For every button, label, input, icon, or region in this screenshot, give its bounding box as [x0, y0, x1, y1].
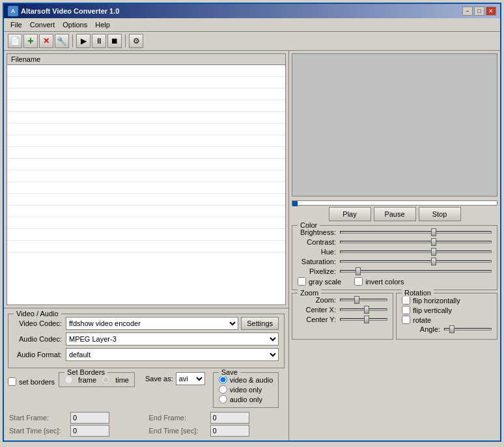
center-y-slider[interactable] [340, 318, 387, 321]
set-borders-checkbox-row: set borders [8, 377, 55, 386]
file-row [7, 88, 285, 100]
rotation-group-title: Rotation [402, 289, 434, 297]
preview-area [292, 53, 497, 196]
play-button[interactable]: Play [329, 207, 371, 221]
color-group: Color Brightness: Contrast: Hue: [292, 225, 497, 290]
video-codec-select[interactable]: ffdshow video encoder [66, 317, 238, 330]
pause-button[interactable]: Pause [374, 207, 416, 221]
gray-scale-row: gray scale invert colors [298, 277, 492, 286]
angle-label: Angle: [402, 325, 444, 333]
menu-help[interactable]: Help [91, 20, 114, 30]
start-frame-label: Start Frame: [9, 414, 68, 422]
audio-format-label: Audio Format: [14, 351, 66, 359]
brightness-thumb[interactable] [431, 228, 436, 236]
contrast-row: Contrast: [298, 238, 492, 246]
bottom-panel: Video / Audio Video Codec: ffdshow video… [4, 308, 288, 440]
angle-thumb[interactable] [449, 325, 455, 333]
stop-toolbar-button[interactable]: ⏹ [107, 34, 122, 48]
zoom-slider[interactable] [340, 299, 387, 301]
audio-format-row: Audio Format: default [14, 348, 279, 361]
end-time-input[interactable] [210, 425, 249, 437]
save-video-audio-label: video & audio [230, 376, 273, 384]
flip-v-checkbox[interactable] [402, 306, 410, 314]
center-x-slider[interactable] [340, 308, 387, 311]
center-y-thumb[interactable] [364, 316, 369, 323]
hue-thumb[interactable] [431, 248, 436, 256]
zoom-row: Zoom: [298, 296, 387, 304]
flip-v-row: flip vertically [402, 306, 492, 314]
toolbar: 📄 + ✕ 🔧 ▶ ⏸ ⏹ ⚙ [4, 32, 500, 51]
start-time-row: Start Time [sec]: [9, 425, 144, 437]
contrast-thumb[interactable] [431, 238, 436, 246]
left-panel: Filename [4, 51, 289, 440]
center-x-row: Center X: [298, 306, 387, 314]
file-row [7, 135, 285, 147]
frame-radio[interactable] [64, 375, 73, 384]
gray-scale-checkbox[interactable] [298, 277, 306, 286]
saturation-slider[interactable] [340, 260, 492, 263]
end-time-row: End Time [sec]: [149, 425, 284, 437]
save-video-audio-radio[interactable] [219, 375, 227, 384]
remove-button[interactable]: ✕ [39, 34, 53, 48]
settings-button[interactable]: Settings [241, 317, 279, 330]
save-audio-only-label: audio only [230, 396, 262, 403]
seek-bar[interactable] [292, 200, 497, 206]
title-bar-left: A Altarsoft Video Converter 1.0 [8, 6, 119, 16]
audio-format-select[interactable]: default [66, 348, 279, 361]
save-audio-only-radio[interactable] [219, 395, 227, 403]
zoom-group-title: Zoom [298, 289, 321, 297]
set-borders-checkbox[interactable] [8, 377, 16, 386]
wrench-button[interactable]: 🔧 [55, 34, 69, 48]
bottom-right: Zoom Zoom: Center X: Center [292, 293, 497, 340]
file-row [7, 77, 285, 88]
filename-column-header: Filename [11, 55, 40, 63]
start-frame-input[interactable] [70, 412, 109, 424]
brightness-slider[interactable] [340, 231, 492, 234]
pause-toolbar-button[interactable]: ⏸ [92, 34, 106, 48]
time-radio[interactable] [102, 375, 110, 384]
pixelize-slider[interactable] [340, 270, 492, 273]
start-time-input[interactable] [70, 425, 109, 437]
hue-label: Hue: [298, 248, 340, 256]
menu-options[interactable]: Options [59, 20, 91, 30]
set-borders-label: set borders [19, 378, 55, 386]
menu-file[interactable]: File [7, 20, 26, 30]
save-as-select[interactable]: avi [176, 372, 205, 385]
seek-thumb[interactable] [292, 201, 298, 206]
pixelize-thumb[interactable] [356, 267, 361, 275]
minimize-button[interactable]: − [462, 7, 473, 16]
file-list[interactable]: Filename [7, 53, 286, 305]
flip-h-checkbox[interactable] [402, 296, 410, 305]
pixelize-label: Pixelize: [298, 267, 340, 275]
audio-codec-select[interactable]: MPEG Layer-3 [66, 332, 279, 345]
angle-slider[interactable] [444, 328, 492, 331]
menu-convert[interactable]: Convert [26, 20, 59, 30]
color-group-title: Color [298, 221, 320, 229]
end-frame-input[interactable] [210, 412, 249, 424]
zoom-thumb[interactable] [354, 296, 359, 304]
restore-button[interactable]: □ [474, 7, 484, 16]
save-video-only-radio[interactable] [219, 385, 227, 394]
add-green-button[interactable]: + [23, 34, 38, 48]
right-panel: Play Pause Stop Color Brightness: Contra… [289, 51, 500, 440]
close-button[interactable]: ✕ [486, 7, 496, 16]
play-toolbar-button[interactable]: ▶ [76, 34, 91, 48]
save-as-label: Save as: [145, 375, 173, 383]
start-frame-row: Start Frame: [9, 412, 144, 424]
stop-button[interactable]: Stop [419, 207, 461, 221]
center-x-thumb[interactable] [364, 306, 369, 314]
file-row [7, 100, 285, 112]
add-file-button[interactable]: 📄 [8, 34, 22, 48]
file-list-body [7, 65, 285, 252]
save-video-only-label: video only [230, 386, 262, 394]
window-title: Altarsoft Video Converter 1.0 [21, 7, 119, 15]
video-audio-title: Video / Audio [14, 310, 61, 318]
hue-slider[interactable] [340, 251, 492, 253]
save-video-audio-row: video & audio [219, 375, 273, 384]
rotate-label: rotate [413, 316, 431, 324]
invert-colors-checkbox[interactable] [354, 277, 363, 286]
contrast-slider[interactable] [340, 241, 492, 243]
saturation-thumb[interactable] [431, 258, 436, 265]
settings-tool-button[interactable]: ⚙ [129, 34, 143, 48]
rotate-checkbox[interactable] [402, 316, 410, 324]
